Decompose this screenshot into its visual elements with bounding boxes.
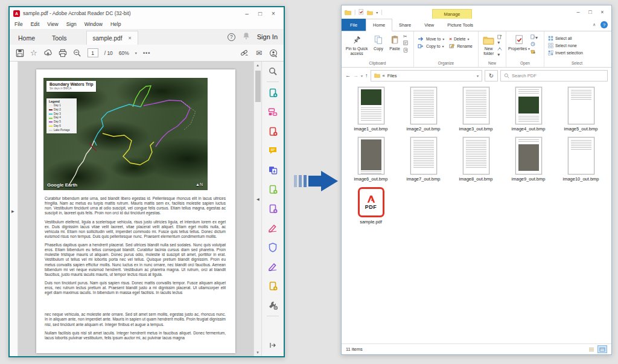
address-box[interactable]: « Files ▾: [371, 70, 482, 81]
comment-icon[interactable]: [268, 145, 278, 156]
up-icon[interactable]: ↑: [365, 72, 368, 78]
pin-to-quick-access-button[interactable]: Pin to Quick access: [343, 33, 371, 57]
expand-panel-icon[interactable]: [269, 340, 276, 351]
stamp-icon[interactable]: [269, 281, 278, 291]
manage-contextual-tab[interactable]: Manage: [432, 9, 472, 19]
fill-sign-icon[interactable]: [268, 223, 278, 233]
share-upload-icon[interactable]: [43, 49, 53, 57]
edit-icon[interactable]: ▾: [530, 34, 538, 40]
expand-nav-pane-icon[interactable]: ▶: [11, 209, 14, 213]
easy-access-icon[interactable]: ▾: [497, 46, 505, 57]
file-image2_out.bmp[interactable]: image2_out.bmp: [400, 87, 448, 132]
explorer-help-icon[interactable]: ?: [600, 21, 608, 28]
file-image1_out.bmp[interactable]: image1_out.bmp: [347, 87, 395, 132]
select-all-button[interactable]: Select all: [548, 36, 583, 41]
search-input[interactable]: [512, 73, 604, 78]
create-pdf-icon[interactable]: [269, 126, 278, 136]
properties-button[interactable]: Properties ▾: [508, 33, 530, 53]
breadcrumb-location[interactable]: Files: [387, 73, 397, 78]
protect-icon[interactable]: [269, 242, 277, 252]
minimize-button[interactable]: –: [240, 10, 253, 17]
maximize-button[interactable]: □: [584, 9, 596, 15]
maximize-button[interactable]: □: [253, 10, 267, 17]
open-with-icon[interactable]: [530, 49, 538, 55]
forward-icon[interactable]: →: [353, 72, 358, 78]
tab-document[interactable]: sample.pdf ×: [86, 31, 138, 45]
organize-pages-icon[interactable]: [268, 107, 278, 117]
zoom-caret-icon[interactable]: ▾: [135, 51, 137, 55]
tab-home[interactable]: Home: [366, 19, 392, 31]
recent-locations-icon[interactable]: ▾: [361, 74, 363, 78]
acrobat-tools-icon[interactable]: [269, 203, 278, 214]
qat-new-folder-icon[interactable]: [367, 7, 373, 18]
thumbnail-view-icon[interactable]: [597, 345, 607, 353]
help-icon[interactable]: ?: [228, 33, 235, 41]
tab-file[interactable]: File: [342, 19, 366, 31]
delete-button[interactable]: ×Delete▾: [449, 36, 473, 42]
details-view-icon[interactable]: [587, 345, 596, 353]
file-image9_out.bmp[interactable]: image9_out.bmp: [505, 137, 553, 182]
more-tools-icon[interactable]: [268, 300, 278, 310]
file-image8_out.bmp[interactable]: image8_out.bmp: [452, 137, 500, 182]
collapse-tools-icon[interactable]: ◀: [256, 197, 260, 201]
cut-icon[interactable]: ✂: [403, 34, 408, 39]
copy-path-icon[interactable]: [403, 40, 408, 46]
close-document-icon[interactable]: ×: [128, 35, 131, 41]
menu-edit[interactable]: Edit: [31, 21, 40, 27]
scrollbar-thumb[interactable]: [255, 71, 261, 102]
file-image3_out.bmp[interactable]: image3_out.bmp: [452, 87, 500, 132]
file-image10_out.bmp[interactable]: image10_out.bmp: [557, 137, 605, 182]
paste-button[interactable]: Paste: [386, 33, 403, 53]
paste-shortcut-icon[interactable]: [403, 48, 408, 54]
address-dropdown-icon[interactable]: ▾: [477, 74, 479, 78]
scroll-up-icon[interactable]: ▲: [254, 63, 261, 67]
collapse-ribbon-icon[interactable]: ∧: [593, 22, 596, 27]
history-icon[interactable]: [530, 42, 538, 48]
search-tools-icon[interactable]: [268, 66, 278, 76]
share-link-icon[interactable]: [240, 49, 249, 57]
email-icon[interactable]: ✉: [256, 49, 262, 57]
minimize-button[interactable]: –: [572, 9, 584, 15]
more-tools-button[interactable]: •••: [143, 50, 150, 56]
refresh-button[interactable]: ↻: [485, 70, 498, 81]
menu-view[interactable]: View: [47, 21, 58, 27]
combine-files-icon[interactable]: [268, 165, 278, 175]
page-number-input[interactable]: 1: [88, 48, 98, 57]
compress-pdf-icon[interactable]: [269, 184, 278, 194]
menu-file[interactable]: File: [14, 21, 23, 27]
print-icon[interactable]: [59, 49, 67, 57]
notifications-bell-icon[interactable]: [243, 31, 250, 42]
menu-window[interactable]: Window: [84, 21, 103, 27]
copy-button[interactable]: Copy: [371, 33, 386, 53]
account-icon[interactable]: [269, 49, 278, 57]
zoom-out-icon[interactable]: [73, 49, 81, 57]
sign-in-button[interactable]: Sign In: [257, 33, 278, 40]
menu-help[interactable]: Help: [110, 21, 121, 27]
zoom-level-select[interactable]: 60%: [119, 50, 129, 56]
invert-selection-button[interactable]: Invert selection: [548, 50, 583, 56]
file-image7_out.bmp[interactable]: image7_out.bmp: [400, 137, 448, 182]
tab-home[interactable]: Home: [10, 31, 43, 45]
new-item-icon[interactable]: ▾: [497, 34, 505, 45]
tab-view[interactable]: View: [418, 19, 441, 31]
file-image6_out.bmp[interactable]: image6_out.bmp: [347, 137, 395, 182]
menu-sign[interactable]: Sign: [66, 21, 77, 27]
scroll-down-icon[interactable]: ▼: [254, 351, 261, 354]
file-image5_out.bmp[interactable]: image5_out.bmp: [557, 87, 605, 132]
document-scrollbar[interactable]: ▲ ▼: [253, 62, 261, 356]
new-folder-button[interactable]: New folder: [480, 33, 497, 57]
qat-customize-icon[interactable]: ▾: [376, 10, 378, 14]
move-to-button[interactable]: Move to▾: [418, 36, 444, 42]
file-sample.pdf[interactable]: PDFsample.pdf: [347, 187, 395, 225]
tab-share[interactable]: Share: [392, 19, 418, 31]
tab-picture-tools[interactable]: Picture Tools: [441, 19, 480, 31]
sign-certificates-icon[interactable]: [268, 261, 278, 272]
back-icon[interactable]: ←: [345, 72, 351, 78]
export-pdf-icon[interactable]: [269, 88, 278, 98]
favorite-star-icon[interactable]: ☆: [30, 48, 37, 57]
tab-tools[interactable]: Tools: [43, 31, 75, 45]
rename-button[interactable]: Rename: [449, 43, 473, 49]
qat-properties-icon[interactable]: [358, 7, 364, 18]
save-icon[interactable]: [16, 49, 24, 57]
file-image4_out.bmp[interactable]: image4_out.bmp: [505, 87, 553, 132]
